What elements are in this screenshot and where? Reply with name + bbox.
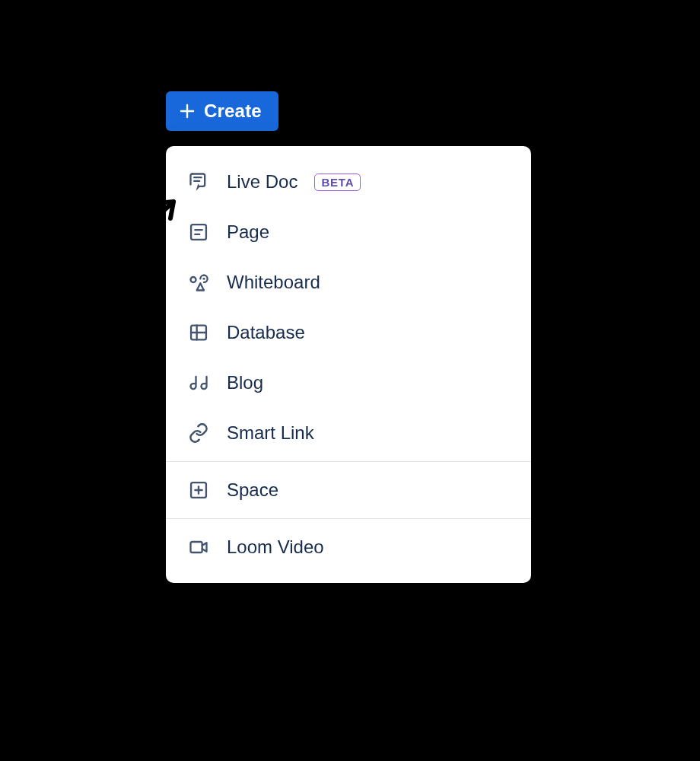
menu-item-whiteboard[interactable]: Whiteboard	[166, 257, 531, 307]
menu-item-label: Whiteboard	[227, 272, 320, 293]
menu-item-label: Space	[227, 479, 278, 501]
menu-item-space[interactable]: Space	[166, 465, 531, 515]
svg-rect-4	[191, 224, 206, 240]
menu-item-database[interactable]: Database	[166, 307, 531, 358]
menu-divider	[166, 518, 531, 519]
svg-rect-15	[191, 542, 202, 552]
menu-item-smart-link[interactable]: Smart Link	[166, 408, 531, 458]
svg-point-8	[202, 278, 205, 280]
menu-item-page[interactable]: Page	[166, 207, 531, 257]
create-button-label: Create	[204, 100, 262, 122]
smart-link-icon	[187, 422, 210, 444]
menu-item-label: Blog	[227, 372, 263, 393]
whiteboard-icon	[187, 271, 210, 294]
live-doc-icon	[187, 170, 210, 193]
menu-item-loom-video[interactable]: Loom Video	[166, 522, 531, 572]
menu-item-label: Live Doc	[227, 171, 298, 193]
svg-point-7	[191, 277, 196, 282]
space-icon	[187, 479, 210, 501]
beta-badge: BETA	[314, 174, 361, 191]
page-icon	[187, 221, 210, 244]
menu-item-label: Loom Video	[227, 537, 324, 558]
create-button[interactable]: Create	[166, 91, 278, 131]
loom-video-icon	[187, 536, 210, 559]
menu-item-blog[interactable]: Blog	[166, 358, 531, 408]
menu-divider	[166, 461, 531, 462]
menu-item-label: Page	[227, 221, 269, 243]
database-icon	[187, 321, 210, 344]
create-dropdown: Live Doc BETA Page	[166, 146, 531, 583]
plus-icon	[178, 102, 196, 120]
menu-item-label: Database	[227, 322, 305, 343]
menu-item-live-doc[interactable]: Live Doc BETA	[166, 157, 531, 207]
blog-icon	[187, 371, 210, 394]
menu-item-label: Smart Link	[227, 422, 314, 444]
